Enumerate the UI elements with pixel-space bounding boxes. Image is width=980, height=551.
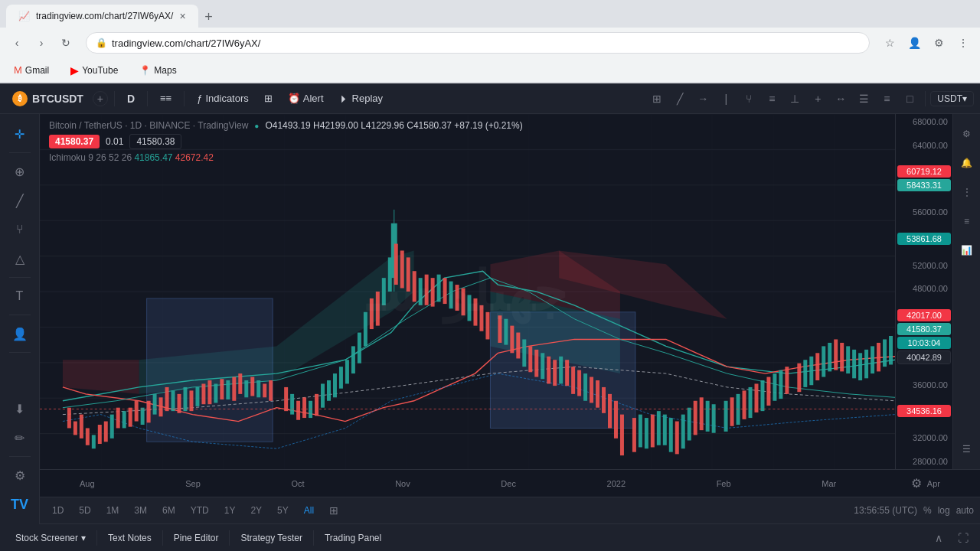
right-tool-6[interactable]: ☰ [953,435,981,463]
bookmark-star[interactable]: ☆ [879,32,900,54]
bookmark-maps[interactable]: 📍 Maps [135,64,181,77]
svg-rect-102 [583,373,587,401]
indicators-label: Indicators [205,93,248,104]
draw-text-btn[interactable]: ☰ [853,88,874,109]
svg-rect-15 [147,298,273,442]
tf-5d[interactable]: 5D [73,504,96,517]
draw-channel-btn[interactable]: ≡ [761,88,782,109]
log-btn[interactable]: log [938,505,950,516]
maps-icon: 📍 [139,65,151,76]
multi-chart-btn[interactable]: ⊞ [646,88,668,109]
right-tool-3[interactable]: ⋮ [953,178,981,206]
back-button[interactable]: ‹ [6,32,28,54]
new-tab-btn[interactable]: + [198,6,220,28]
replay-btn[interactable]: ⏵ Replay [333,90,389,107]
tf-6m[interactable]: 6M [156,504,181,517]
bookmark-youtube[interactable]: ▶ YouTube [66,63,122,78]
chart-header: Bitcoin / TetherUS · 1D · BINANCE · Trad… [49,120,529,163]
right-tool-2[interactable]: 🔔 [953,149,981,177]
fullscreen-btn[interactable]: ⛶ [952,527,974,549]
draw-fork-btn[interactable]: ⑂ [738,88,760,109]
draw-cross-btn[interactable]: + [807,88,828,109]
draw-fib-btn[interactable]: ⊥ [784,88,805,109]
strategy-tester-btn[interactable]: Strategy Tester [231,530,311,546]
draw-ray-btn[interactable]: → [692,88,714,109]
price-chart-svg[interactable] [40,114,895,469]
refresh-button[interactable]: ↻ [55,32,77,54]
left-separator-2 [9,277,31,278]
svg-rect-142 [846,346,850,373]
alert-btn[interactable]: ⏰ Alert [282,90,330,107]
forward-button[interactable]: › [31,32,52,54]
chart-area[interactable]: Bitcoin / TetherUS · 1D · BINANCE · Trad… [40,114,895,469]
text-notes-btn[interactable]: Text Notes [99,530,161,546]
svg-rect-132 [779,370,782,399]
add-symbol-btn[interactable]: + [93,91,108,106]
draw-vert-btn[interactable]: | [715,88,737,109]
draw-line-btn[interactable]: ╱ [669,88,691,109]
indicators-btn[interactable]: ƒ Indicators [191,90,255,107]
pine-editor-btn[interactable]: Pine Editor [165,530,228,546]
tf-2y[interactable]: 2Y [244,504,268,517]
svg-rect-126 [743,390,746,419]
extensions-btn[interactable]: ⚙ [928,32,949,54]
browser-toolbar-right: ☆ 👤 ⚙ ⋮ [879,32,974,54]
svg-rect-25 [98,425,102,444]
svg-rect-44 [214,383,217,403]
currency-btn[interactable]: USDT▾ [930,91,974,106]
bottom-right-info: 13:56:55 (UTC) % log auto [854,505,974,516]
more-tools-btn[interactable]: ≡ [876,88,897,109]
cursor-tool[interactable]: ✛ [6,120,34,148]
timestamp: 13:56:55 (UTC) [854,505,917,516]
measure-tool[interactable]: 👤 [6,320,34,347]
tab-close[interactable]: × [179,10,185,22]
right-tool-4[interactable]: ≡ [953,207,981,235]
time-axis-settings[interactable]: ⚙ [911,476,922,491]
left-toolbar: ✛ ⊕ ╱ ⑂ △ T 👤 ⬇ ✏ ⚙ TV [0,114,40,524]
svg-rect-34 [153,394,157,415]
draw-measure-btn[interactable]: ↔ [830,88,851,109]
tf-5y[interactable]: 5Y [271,504,295,517]
svg-rect-113 [657,411,661,445]
zoom-tool[interactable]: ⬇ [6,395,34,422]
chart-type-btn[interactable]: ≡≡ [154,90,178,107]
svg-rect-35 [159,397,163,416]
tf-all[interactable]: All [298,504,320,517]
svg-rect-123 [724,401,728,432]
tf-ytd[interactable]: YTD [185,504,215,517]
settings-tool[interactable]: ⚙ [6,461,34,489]
svg-rect-81 [449,282,453,309]
tf-1d[interactable]: 1D [46,504,70,517]
profile-btn[interactable]: 👤 [903,32,925,54]
line-tool[interactable]: ╱ [6,187,34,214]
stock-screener-btn[interactable]: Stock Screener ▾ [6,530,95,546]
timeframe-day-btn[interactable]: D [121,90,141,108]
pattern-tool[interactable]: △ [6,245,34,272]
tf-1m[interactable]: 1M [100,504,126,517]
tf-3m[interactable]: 3M [128,504,153,517]
more-btn[interactable]: ⋮ [952,32,974,54]
trading-panel-btn[interactable]: Trading Panel [315,530,390,546]
bookmark-gmail[interactable]: M Gmail [9,63,54,77]
tv-logo[interactable]: TV [6,491,34,518]
percent-btn[interactable]: % [923,505,932,516]
svg-rect-76 [419,278,423,305]
auto-btn[interactable]: auto [956,505,974,516]
toolbar-divider-right [925,91,926,106]
magnet-tool[interactable]: ✏ [6,424,34,452]
svg-rect-39 [183,387,187,411]
collapse-panels-btn[interactable]: ∧ [928,527,949,549]
crosshair-tool[interactable]: ⊕ [6,158,34,185]
compare-btn[interactable]: ⊞ [323,500,345,521]
symbol-menu-btn[interactable]: ₿ BTCUSDT [6,88,90,109]
template-btn[interactable]: ⊞ [258,90,279,107]
right-tool-1[interactable]: ⚙ [953,120,981,148]
text-tool[interactable]: T [6,282,34,310]
right-tool-5[interactable]: 📊 [953,236,981,264]
fib-tool[interactable]: ⑂ [6,216,34,243]
more-tools2-btn[interactable]: □ [899,88,920,109]
title-text: Bitcoin / TetherUS · 1D · BINANCE · Trad… [49,120,248,131]
tf-1y[interactable]: 1Y [218,504,242,517]
active-tab[interactable]: 📈 tradingview.com/chart/27IW6yAX/ × [6,5,198,28]
address-bar[interactable]: 🔒 tradingview.com/chart/27IW6yAX/ [86,32,870,54]
